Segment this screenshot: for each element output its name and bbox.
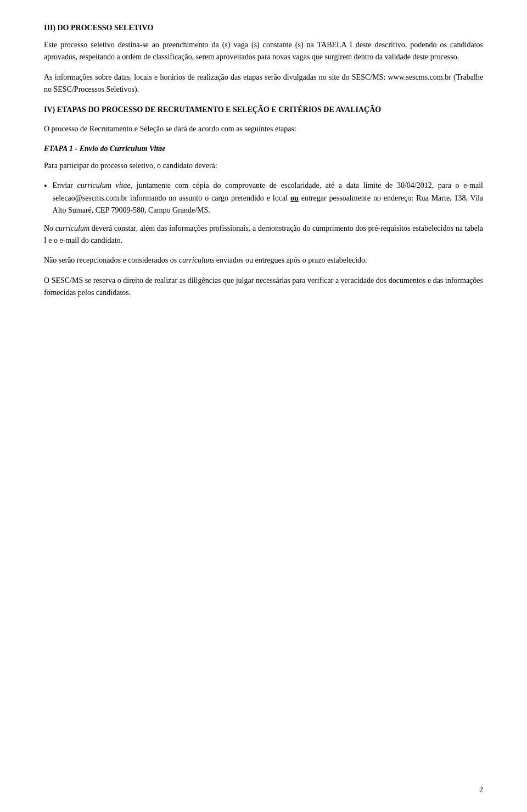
- para5-suffix: deverá constar, além das informações pro…: [44, 224, 483, 244]
- para3-text: O processo de Recrutamento e Seleção se …: [44, 125, 296, 133]
- page-number: 2: [479, 784, 483, 796]
- bullet1-ou: ou: [290, 194, 299, 202]
- para6-curriculuns: curriculuns: [179, 256, 215, 264]
- para2-text: As informações sobre datas, locais e hor…: [44, 73, 483, 93]
- heading-iii: III) DO PROCESSO SELETIVO: [44, 22, 483, 34]
- page-number-text: 2: [479, 786, 483, 794]
- bullet-symbol: •: [44, 180, 47, 193]
- paragraph-7: O SESC/MS se reserva o direito de realiz…: [44, 275, 483, 299]
- paragraph-4: Para participar do processo seletivo, o …: [44, 160, 483, 172]
- para4-text: Para participar do processo seletivo, o …: [44, 162, 217, 170]
- para7-text: O SESC/MS se reserva o direito de realiz…: [44, 276, 483, 297]
- para5-curriculum: curriculum: [55, 224, 89, 232]
- paragraph-5: No curriculum deverá constar, além das i…: [44, 223, 483, 247]
- heading-iii-text: III) DO PROCESSO SELETIVO: [44, 24, 153, 32]
- paragraph-1: Este processo seletivo destina-se ao pre…: [44, 39, 483, 64]
- para5-prefix: No: [44, 224, 55, 232]
- paragraph-2: As informações sobre datas, locais e hor…: [44, 71, 483, 96]
- heading-iv-text: IV) ETAPAS DO PROCESSO DE RECRUTAMENTO E…: [44, 105, 381, 114]
- para6-suffix: enviados ou entregues após o prazo estab…: [214, 256, 367, 264]
- paragraph-6: Não serão recepcionados e considerados o…: [44, 254, 483, 266]
- heading-iv: IV) ETAPAS DO PROCESSO DE RECRUTAMENTO E…: [44, 104, 483, 115]
- bullet1-enviar: Enviar: [53, 181, 77, 190]
- etapa1-heading-text: ETAPA 1 - Envio do Curriculum Vitae: [44, 144, 165, 153]
- etapa1-heading: ETAPA 1 - Envio do Curriculum Vitae: [44, 143, 483, 154]
- para6-prefix: Não serão recepcionados e considerados o…: [44, 256, 179, 264]
- bullet-item-1: • Enviar curriculum vitae, juntamente co…: [44, 180, 483, 216]
- paragraph-3: O processo de Recrutamento e Seleção se …: [44, 123, 483, 135]
- para1-text: Este processo seletivo destina-se ao pre…: [44, 41, 483, 61]
- page: III) DO PROCESSO SELETIVO Este processo …: [0, 0, 527, 812]
- bullet1-content: Enviar curriculum vitae, juntamente com …: [53, 180, 483, 216]
- bullet1-curriculum: curriculum vitae: [77, 181, 131, 190]
